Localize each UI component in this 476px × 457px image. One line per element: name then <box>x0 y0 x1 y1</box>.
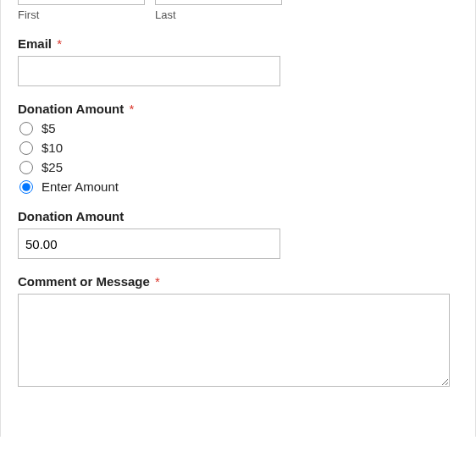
first-name-input[interactable] <box>18 0 145 5</box>
comment-textarea[interactable] <box>18 294 450 387</box>
comment-field-group: Comment or Message * <box>18 274 458 389</box>
form-container: First Last Email * Donation Amount * $5 <box>0 0 476 437</box>
email-label: Email * <box>18 36 458 51</box>
donation-radio-5[interactable] <box>19 122 33 135</box>
donation-radio-list: $5 $10 $25 Enter Amount <box>18 121 458 194</box>
comment-label: Comment or Message * <box>18 274 458 289</box>
donation-option-label: $25 <box>42 160 63 174</box>
donation-option-5[interactable]: $5 <box>18 121 458 135</box>
donation-option-label: Enter Amount <box>42 179 119 194</box>
donation-custom-input[interactable] <box>18 228 280 259</box>
last-name-sublabel: Last <box>155 8 282 21</box>
name-field-group: First Last <box>18 0 458 21</box>
first-name-sublabel: First <box>18 8 145 21</box>
comment-label-text: Comment or Message <box>18 274 150 289</box>
donation-custom-label: Donation Amount <box>18 209 458 223</box>
last-name-input[interactable] <box>155 0 282 5</box>
donation-label: Donation Amount * <box>18 102 458 116</box>
donation-option-label: $10 <box>42 140 63 155</box>
first-name-col: First <box>18 0 145 21</box>
email-label-text: Email <box>18 36 52 51</box>
donation-radio-custom[interactable] <box>19 180 33 194</box>
required-asterisk: * <box>155 274 160 289</box>
donation-radio-10[interactable] <box>19 141 33 155</box>
donation-custom-field-group: Donation Amount <box>18 209 458 259</box>
name-row: First Last <box>18 0 458 21</box>
donation-option-label: $5 <box>42 121 56 135</box>
donation-label-text: Donation Amount <box>18 102 124 116</box>
donation-custom-label-text: Donation Amount <box>18 209 124 223</box>
donation-option-custom[interactable]: Enter Amount <box>18 179 458 194</box>
required-asterisk: * <box>57 36 62 51</box>
donation-field-group: Donation Amount * $5 $10 $25 Enter Amoun… <box>18 102 458 194</box>
email-input[interactable] <box>18 56 280 86</box>
donation-option-25[interactable]: $25 <box>18 160 458 174</box>
donation-radio-25[interactable] <box>19 161 33 174</box>
email-field-group: Email * <box>18 36 458 86</box>
required-asterisk: * <box>129 102 134 116</box>
last-name-col: Last <box>155 0 282 21</box>
donation-option-10[interactable]: $10 <box>18 140 458 155</box>
